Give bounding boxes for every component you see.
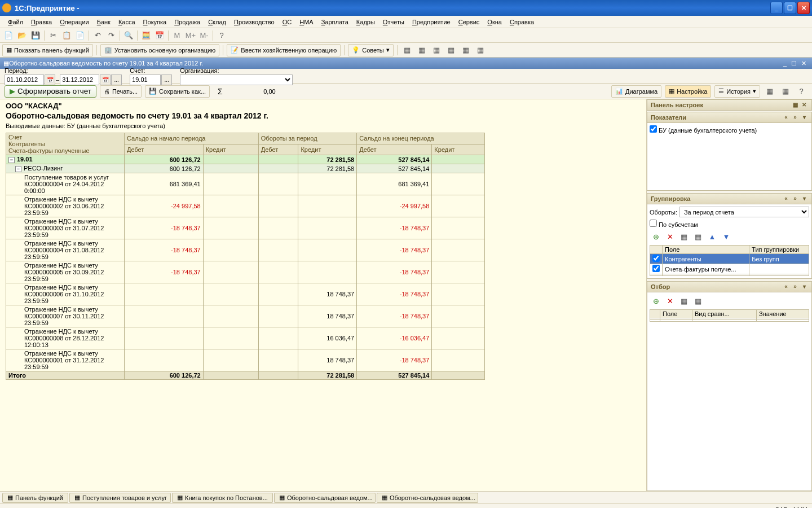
delete-icon[interactable]: ✕ bbox=[664, 295, 676, 307]
menu-Файл[interactable]: Файл bbox=[5, 17, 27, 27]
save-as-button[interactable]: 💾Сохранить как... bbox=[145, 85, 210, 98]
paste-icon[interactable]: 📄 bbox=[74, 29, 86, 42]
menu-Касса[interactable]: Касса bbox=[115, 17, 139, 27]
account-picker-button[interactable]: ... bbox=[161, 75, 172, 85]
collapse-icon[interactable]: − bbox=[15, 166, 21, 172]
down-icon[interactable]: ▼ bbox=[720, 230, 732, 243]
subaccounts-row[interactable]: По субсчетам bbox=[650, 221, 698, 228]
menu-Продажа[interactable]: Продажа bbox=[171, 17, 204, 27]
help-icon[interactable]: ? bbox=[215, 29, 228, 42]
search-icon[interactable]: 🔍 bbox=[122, 29, 135, 42]
org-select[interactable] bbox=[180, 75, 293, 85]
doc-maximize-icon[interactable]: ☐ bbox=[791, 60, 797, 67]
table-row[interactable]: Отражение НДС к вычету КС000000002 от 30… bbox=[6, 195, 485, 217]
chevron-down-icon[interactable]: ▾ bbox=[800, 195, 808, 203]
panel-header-filter[interactable]: Отбор « » ▾ bbox=[647, 281, 812, 292]
table-row[interactable]: −РЕСО-Лизинг600 126,7272 281,58527 845,1… bbox=[6, 164, 485, 173]
menu-Зарплата[interactable]: Зарплата bbox=[318, 17, 352, 27]
doc-minimize-icon[interactable]: _ bbox=[783, 60, 787, 67]
menu-Справка[interactable]: Справка bbox=[506, 17, 537, 27]
menu-Покупка[interactable]: Покупка bbox=[140, 17, 170, 27]
tool-y-icon[interactable]: ▦ bbox=[779, 85, 792, 98]
table-row[interactable]: Поступление товаров и услуг КС000000004 … bbox=[6, 173, 485, 195]
table-row[interactable]: Отражение НДС к вычету КС000000008 от 28… bbox=[6, 327, 485, 349]
edit-icon[interactable]: ▦ bbox=[678, 230, 690, 243]
calc-icon[interactable]: 🧮 bbox=[140, 29, 152, 42]
table-row[interactable]: Отражение НДС к вычету КС000000001 от 31… bbox=[6, 349, 485, 371]
close-button[interactable]: ✕ bbox=[797, 2, 810, 14]
table-row[interactable]: Отражение НДС к вычету КС000000004 от 31… bbox=[6, 239, 485, 261]
add-icon[interactable]: ⊕ bbox=[650, 230, 662, 243]
print-button[interactable]: 🖨Печать... bbox=[100, 85, 142, 98]
chevron-down-icon[interactable]: ▾ bbox=[800, 113, 808, 121]
menu-Сервис[interactable]: Сервис bbox=[455, 17, 483, 27]
cut-icon[interactable]: ✂ bbox=[47, 29, 59, 42]
turnover-select[interactable]: За период отчета bbox=[679, 207, 809, 217]
document-tab[interactable]: ▦Панель функций bbox=[2, 493, 68, 503]
period-picker-button[interactable]: ... bbox=[111, 75, 122, 85]
account-input[interactable] bbox=[130, 75, 161, 85]
tool-icon-1[interactable]: ▦ bbox=[401, 44, 413, 56]
up-icon[interactable]: ▲ bbox=[706, 230, 718, 243]
expand-icon[interactable]: » bbox=[791, 195, 799, 203]
edit-icon[interactable]: ▦ bbox=[678, 295, 690, 307]
expand-icon[interactable]: » bbox=[791, 283, 799, 291]
table-row[interactable]: Отражение НДС к вычету КС000000003 от 31… bbox=[6, 217, 485, 239]
collapse-icon[interactable]: « bbox=[782, 195, 790, 203]
menu-Банк[interactable]: Банк bbox=[94, 17, 114, 27]
mplus-icon[interactable]: M+ bbox=[184, 29, 197, 42]
document-tab[interactable]: ▦Оборотно-сальдовая ведом... bbox=[274, 493, 376, 503]
document-tab[interactable]: ▦Поступления товаров и услуг bbox=[69, 493, 171, 503]
menu-Отчеты[interactable]: Отчеты bbox=[379, 17, 408, 27]
subaccounts-checkbox[interactable] bbox=[650, 220, 657, 227]
menu-ОС[interactable]: ОС bbox=[279, 17, 295, 27]
panel-pin-icon[interactable]: ▦ bbox=[791, 101, 799, 109]
table-row[interactable]: Отражение НДС к вычету КС000000006 от 31… bbox=[6, 283, 485, 305]
redo-icon[interactable]: ↷ bbox=[105, 29, 117, 42]
tool-icon-2[interactable]: ▦ bbox=[416, 44, 428, 56]
help2-icon[interactable]: ? bbox=[795, 85, 807, 98]
panel-close-icon[interactable]: ✕ bbox=[800, 101, 808, 109]
period-to-input[interactable] bbox=[60, 75, 99, 85]
document-tab[interactable]: ▦Книга покупок по Постанов... bbox=[172, 493, 273, 503]
menu-Окна[interactable]: Окна bbox=[484, 17, 505, 27]
tool-icon-3[interactable]: ▦ bbox=[430, 44, 443, 56]
table-row[interactable]: Отражение НДС к вычету КС000000005 от 30… bbox=[6, 261, 485, 283]
set-org-button[interactable]: 🏢Установить основную организацию bbox=[100, 44, 220, 56]
undo-icon[interactable]: ↶ bbox=[91, 29, 104, 42]
menu-Предприятие[interactable]: Предприятие bbox=[409, 17, 454, 27]
tool-icon-4[interactable]: ▦ bbox=[445, 44, 457, 56]
calendar-icon[interactable]: 📅 bbox=[153, 29, 166, 42]
panel-header-grouping[interactable]: Группировка « » ▾ bbox=[647, 193, 812, 204]
period-from-input[interactable] bbox=[5, 75, 44, 85]
expand-icon[interactable]: » bbox=[791, 113, 799, 121]
new-icon[interactable]: 📄 bbox=[2, 29, 15, 42]
table-row[interactable]: −19.01600 126,7272 281,58527 845,14 bbox=[6, 155, 485, 164]
document-tab[interactable]: ▦Оборотно-сальдовая ведом... bbox=[377, 493, 478, 503]
history-button[interactable]: ☰История ▾ bbox=[714, 85, 760, 98]
doc-close-icon[interactable]: ✕ bbox=[801, 60, 806, 67]
tool-x-icon[interactable]: ▦ bbox=[764, 85, 776, 98]
mminus-icon[interactable]: M- bbox=[198, 29, 210, 42]
delete-icon[interactable]: ✕ bbox=[664, 230, 676, 243]
panel-header-indicators[interactable]: Показатели « » ▾ bbox=[647, 112, 812, 123]
tool-icon-6[interactable]: ▦ bbox=[474, 44, 487, 56]
tool-icon-5[interactable]: ▦ bbox=[460, 44, 472, 56]
generate-report-button[interactable]: ▶Сформировать отчет bbox=[5, 85, 96, 98]
menu-Кадры[interactable]: Кадры bbox=[353, 17, 378, 27]
collapse-icon[interactable]: « bbox=[782, 113, 790, 121]
menu-Склад[interactable]: Склад bbox=[205, 17, 230, 27]
table-row[interactable]: Отражение НДС к вычету КС000000007 от 30… bbox=[6, 305, 485, 327]
calendar-from-button[interactable]: 📅 bbox=[45, 75, 55, 85]
minimize-button[interactable]: _ bbox=[770, 2, 783, 14]
bu-checkbox[interactable] bbox=[650, 125, 657, 133]
bu-checkbox-row[interactable]: БУ (данные бухгалтерского учета) bbox=[650, 127, 757, 134]
calendar-to-button[interactable]: 📅 bbox=[100, 75, 111, 85]
enter-op-button[interactable]: 📝Ввести хозяйственную операцию bbox=[227, 44, 341, 56]
menu-НМА[interactable]: НМА bbox=[296, 17, 316, 27]
add-icon[interactable]: ⊕ bbox=[650, 295, 662, 307]
collapse-icon[interactable]: − bbox=[8, 157, 15, 163]
settings-button[interactable]: ▦Настройка bbox=[665, 85, 711, 98]
menu-Операции[interactable]: Операции bbox=[56, 17, 92, 27]
show-panel-button[interactable]: ▦Показать панель функций bbox=[2, 44, 93, 56]
